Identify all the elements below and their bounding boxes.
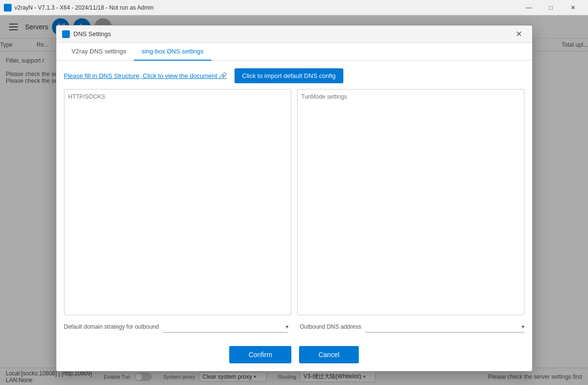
- title-bar-text: v2rayN - V7.1.3 - X64 - 2024/11/18 - Not…: [14, 4, 518, 11]
- minimize-button[interactable]: —: [518, 0, 540, 15]
- strategy-row: Default domain strategy for outbound Out…: [64, 321, 524, 333]
- dialog-close-button[interactable]: ✕: [512, 28, 526, 40]
- domain-strategy-item: Default domain strategy for outbound: [64, 321, 288, 333]
- domain-strategy-select-wrapper: [163, 321, 288, 333]
- dialog-body: Please fill in DNS Structure, Click to v…: [56, 61, 532, 340]
- modal-backdrop: DNS Settings ✕ V2ray DNS settings sing-b…: [0, 15, 588, 385]
- outbound-dns-label: Outbound DNS address: [300, 323, 361, 330]
- dialog-title: DNS Settings: [74, 30, 512, 38]
- tab-singbox-dns[interactable]: sing-box DNS settings: [134, 43, 211, 61]
- outbound-dns-select-wrapper: [365, 321, 524, 333]
- import-dns-button[interactable]: Click to import default DNS config: [235, 68, 343, 83]
- dns-settings-dialog: DNS Settings ✕ V2ray DNS settings sing-b…: [56, 25, 533, 372]
- dialog-tabs: V2ray DNS settings sing-box DNS settings: [56, 43, 532, 61]
- outbound-dns-item: Outbound DNS address: [300, 321, 524, 333]
- textareas-row: [64, 89, 524, 315]
- maximize-button[interactable]: □: [540, 0, 562, 15]
- dialog-icon: [62, 30, 70, 38]
- outbound-dns-select[interactable]: [365, 321, 524, 333]
- tunmode-textarea[interactable]: [297, 89, 524, 315]
- app-icon: [4, 4, 12, 12]
- window-controls: — □ ✕: [518, 0, 584, 15]
- doc-link[interactable]: Please fill in DNS Structure, Click to v…: [64, 72, 227, 79]
- domain-strategy-select[interactable]: [163, 321, 288, 333]
- link-bar: Please fill in DNS Structure, Click to v…: [64, 68, 524, 83]
- http-socks-textarea[interactable]: [64, 89, 291, 315]
- tab-v2ray-dns[interactable]: V2ray DNS settings: [64, 43, 134, 61]
- cancel-button[interactable]: Cancel: [299, 346, 359, 363]
- title-bar: v2rayN - V7.1.3 - X64 - 2024/11/18 - Not…: [0, 0, 588, 15]
- app-close-button[interactable]: ✕: [562, 0, 584, 15]
- domain-strategy-label: Default domain strategy for outbound: [64, 323, 159, 330]
- app-background: Servers All ✎ + Type Re... Total upl... …: [0, 15, 588, 385]
- dialog-footer: Confirm Cancel: [56, 340, 532, 371]
- dialog-title-bar: DNS Settings ✕: [56, 26, 532, 43]
- confirm-button[interactable]: Confirm: [229, 346, 291, 363]
